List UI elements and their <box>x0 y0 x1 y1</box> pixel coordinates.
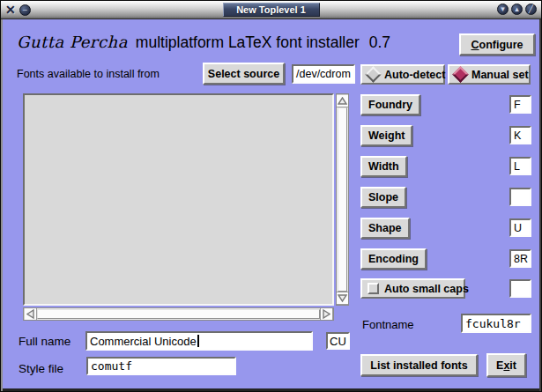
checkbox-icon[interactable] <box>368 283 379 294</box>
exit-button[interactable]: Exit <box>486 353 526 377</box>
select-source-button[interactable]: Select source <box>203 63 285 85</box>
shade-up-icon[interactable]: ▴ <box>511 4 523 15</box>
scroll-right-arrow-icon[interactable] <box>320 308 333 320</box>
window-title: New Toplevel 1 <box>223 3 320 17</box>
source-path-value: /dev/cdrom <box>296 68 351 80</box>
width-value: L <box>514 160 520 173</box>
foundry-input[interactable]: F <box>509 95 531 114</box>
horizontal-scroll-thumb[interactable] <box>37 309 320 319</box>
auto-detect-label: Auto-detect <box>384 69 445 81</box>
vertical-scroll-thumb[interactable] <box>338 107 347 292</box>
shape-button[interactable]: Shape <box>360 218 410 239</box>
scroll-down-arrow-icon[interactable] <box>337 292 348 305</box>
style-file-value: comutf <box>91 359 132 373</box>
titlebar-right-controls: ▾ ▴ ╱ <box>497 4 537 15</box>
shape-value: U <box>514 222 522 234</box>
shade-down-icon[interactable]: ▾ <box>497 4 509 15</box>
minimize-icon[interactable]: – <box>19 4 31 16</box>
app-title-text: multiplatform LaTeX font installer <box>136 33 360 52</box>
configure-button[interactable]: Configure <box>459 33 535 55</box>
titlebar[interactable]: ✕ – New Toplevel 1 ▾ ▴ ╱ <box>1 1 541 19</box>
horizontal-scroll-track[interactable] <box>37 308 320 320</box>
app-version: 0.7 <box>369 33 390 52</box>
style-file-label: Style file <box>19 362 63 375</box>
manual-set-radio[interactable]: Manual set <box>448 64 531 85</box>
page-title: Gutta Percha multiplatform LaTeX font in… <box>17 33 390 52</box>
fontname-value: fcukul8r <box>465 317 521 330</box>
app-window: ✕ – New Toplevel 1 ▾ ▴ ╱ Gutta Percha mu… <box>0 0 542 392</box>
font-listbox[interactable] <box>23 93 334 306</box>
encoding-input[interactable]: 8R <box>509 249 531 268</box>
app-x-icon[interactable]: ✕ <box>5 4 16 17</box>
vertical-scroll-track[interactable] <box>337 107 348 292</box>
app-brand-name: Gutta Percha <box>17 33 128 51</box>
abbreviation-value: CU <box>330 335 346 348</box>
titlebar-left-controls: ✕ – <box>5 3 31 18</box>
slope-button[interactable]: Slope <box>360 187 406 208</box>
scroll-up-arrow-icon[interactable] <box>337 94 348 107</box>
full-name-value: Commercial Unicode <box>90 335 197 348</box>
auto-small-caps-label: Auto small caps <box>384 283 469 295</box>
width-input[interactable]: L <box>509 157 531 175</box>
foundry-button[interactable]: Foundry <box>360 94 420 115</box>
weight-value: K <box>514 129 521 142</box>
auto-detect-radio[interactable]: Auto-detect <box>360 64 445 85</box>
auto-small-caps-checkbox[interactable]: Auto small caps <box>360 278 465 299</box>
weight-button[interactable]: Weight <box>360 125 412 146</box>
encoding-value: 8R <box>514 253 528 265</box>
list-installed-fonts-button[interactable]: List installed fonts <box>360 354 478 376</box>
radio-diamond-icon[interactable] <box>365 66 381 82</box>
window-title-text: New Toplevel 1 <box>236 4 306 15</box>
fontname-input[interactable]: fcukul8r <box>461 314 531 333</box>
full-name-label: Full name <box>19 335 71 348</box>
listbox-vertical-scrollbar[interactable] <box>336 93 349 306</box>
full-name-input[interactable]: Commercial Unicode <box>85 331 313 351</box>
style-file-input[interactable]: comutf <box>86 357 236 375</box>
slope-input[interactable] <box>509 188 531 206</box>
manual-set-label: Manual set <box>471 69 529 81</box>
scroll-left-arrow-icon[interactable] <box>24 308 37 320</box>
source-row-label: Fonts available to install from <box>17 68 160 80</box>
radio-diamond-icon[interactable] <box>452 66 468 82</box>
fontname-label: Fontname <box>362 318 414 331</box>
listbox-horizontal-scrollbar[interactable] <box>23 307 334 321</box>
small-caps-input[interactable] <box>509 279 531 298</box>
foundry-value: F <box>514 99 521 111</box>
source-path-input[interactable]: /dev/cdrom <box>292 64 355 84</box>
encoding-button[interactable]: Encoding <box>360 248 427 270</box>
shape-input[interactable]: U <box>509 218 531 237</box>
text-cursor <box>197 335 199 347</box>
weight-input[interactable]: K <box>509 126 531 144</box>
close-icon[interactable]: ╱ <box>525 4 537 15</box>
width-button[interactable]: Width <box>360 156 407 177</box>
abbreviation-input[interactable]: CU <box>326 332 350 350</box>
